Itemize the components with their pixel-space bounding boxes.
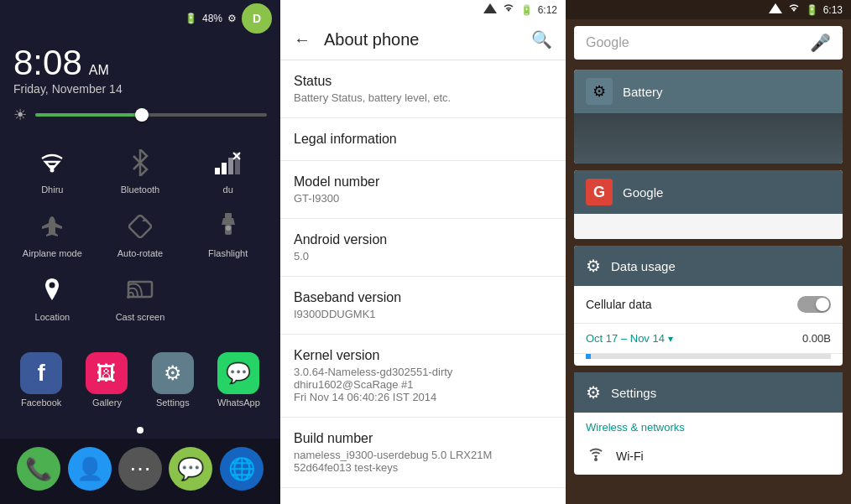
status-item-title: Status bbox=[294, 74, 552, 89]
autorotate-tile-icon bbox=[123, 210, 157, 243]
airplane-tile-icon bbox=[35, 210, 69, 243]
time-display: 8:08 AM Friday, November 14 bbox=[13, 45, 123, 96]
app-gallery[interactable]: 🖼 Gallery bbox=[86, 352, 128, 408]
whatsapp-label: WhatsApp bbox=[217, 397, 260, 408]
data-usage-title: Data usage bbox=[611, 259, 676, 273]
svg-point-14 bbox=[127, 295, 130, 299]
settings-gear-status: ⚙ bbox=[227, 13, 237, 24]
dock-phone[interactable]: 📞 bbox=[17, 447, 60, 491]
about-item-baseband[interactable]: Baseband version I9300DDUGMK1 bbox=[280, 277, 566, 335]
cellular-data-toggle[interactable] bbox=[797, 296, 831, 313]
wifi-tile-label: Dhiru bbox=[41, 184, 63, 195]
signal-tile-icon bbox=[211, 146, 245, 179]
about-item-build[interactable]: Build number nameless_i9300-userdebug 5.… bbox=[280, 418, 566, 488]
battery-icon-small: 🔋 bbox=[185, 13, 197, 24]
page-indicator bbox=[0, 422, 280, 439]
about-toolbar: ← About phone 🔍 bbox=[280, 19, 566, 60]
svg-point-0 bbox=[50, 169, 55, 173]
about-item-model[interactable]: Model number GT-I9300 bbox=[280, 161, 566, 219]
bottom-dock: 📞 👤 ⋯ 💬 🌐 bbox=[0, 439, 280, 504]
data-usage-bar bbox=[586, 354, 831, 359]
battery-card-header: ⚙ Battery bbox=[574, 70, 843, 113]
date-range-text: Oct 17 – Nov 14 bbox=[586, 332, 665, 345]
page-dot bbox=[137, 427, 144, 434]
user-avatar[interactable]: D bbox=[242, 3, 272, 34]
quick-tile-flashlight[interactable]: Flashlight bbox=[184, 201, 272, 265]
quick-tile-signal[interactable]: du bbox=[184, 138, 272, 201]
svg-rect-3 bbox=[228, 158, 233, 174]
svg-point-12 bbox=[50, 283, 55, 288]
back-button[interactable]: ← bbox=[294, 30, 311, 49]
wifi-item-icon bbox=[586, 445, 606, 466]
svg-marker-15 bbox=[483, 3, 497, 13]
legal-item-title: Legal information bbox=[294, 132, 552, 147]
kernel-item-title: Kernel version bbox=[294, 348, 552, 363]
dock-browser[interactable]: 🌐 bbox=[220, 447, 264, 491]
quick-tile-wifi[interactable]: Dhiru bbox=[8, 138, 97, 201]
data-usage-header: ⚙ Data usage bbox=[574, 246, 843, 286]
google-screenshot bbox=[574, 214, 843, 239]
location-tile-icon bbox=[35, 273, 69, 307]
wifi-item[interactable]: Wi-Fi bbox=[574, 437, 843, 475]
about-signal-icon bbox=[483, 3, 497, 16]
svg-rect-1 bbox=[215, 168, 220, 174]
about-wifi-icon bbox=[502, 3, 515, 16]
recent-apps-panel: 🔋 6:13 Google 🎤 ⚙ Battery G Google ⚙ Dat… bbox=[566, 0, 851, 504]
dock-messaging[interactable]: 💬 bbox=[169, 447, 212, 491]
brightness-icon: ☀ bbox=[13, 106, 27, 124]
brightness-thumb[interactable] bbox=[135, 108, 149, 122]
svg-point-17 bbox=[594, 458, 598, 461]
app-settings[interactable]: ⚙ Settings bbox=[152, 352, 194, 408]
data-usage-daterange[interactable]: Oct 17 – Nov 14 ▾ bbox=[586, 332, 673, 345]
quick-tile-castscreen[interactable]: Cast screen bbox=[97, 265, 185, 329]
android-item-title: Android version bbox=[294, 232, 552, 247]
quick-tile-autorotate[interactable]: Auto-rotate bbox=[97, 201, 185, 265]
about-battery-icon: 🔋 bbox=[520, 4, 533, 16]
recent-time: 6:13 bbox=[823, 4, 843, 16]
chevron-down-icon: ▾ bbox=[668, 333, 673, 345]
about-phone-panel: 🔋 6:12 ← About phone 🔍 Status Battery St… bbox=[280, 0, 566, 504]
time-hours-minutes: 8:08 bbox=[13, 45, 82, 81]
about-item-legal[interactable]: Legal information bbox=[280, 118, 566, 161]
about-item-status[interactable]: Status Battery Status, battery level, et… bbox=[280, 60, 566, 118]
build-item-subtitle: nameless_i9300-userdebug 5.0 LRX21M 52d6… bbox=[294, 449, 552, 474]
airplane-tile-label: Airplane mode bbox=[23, 248, 82, 258]
about-phone-list: Status Battery Status, battery level, et… bbox=[280, 60, 566, 504]
about-status-bar: 🔋 6:12 bbox=[280, 0, 566, 19]
about-search-button[interactable]: 🔍 bbox=[531, 29, 552, 49]
castscreen-tile-label: Cast screen bbox=[116, 312, 165, 322]
about-item-kernel[interactable]: Kernel version 3.0.64-Nameless-gd302551-… bbox=[280, 335, 566, 418]
baseband-item-title: Baseband version bbox=[294, 290, 552, 305]
quick-tile-airplane[interactable]: Airplane mode bbox=[8, 201, 97, 265]
time-ampm: AM bbox=[89, 63, 109, 78]
baseband-item-subtitle: I9300DDUGMK1 bbox=[294, 308, 552, 320]
flashlight-tile-label: Flashlight bbox=[208, 248, 248, 258]
data-usage-dates-row: Oct 17 – Nov 14 ▾ 0.00B bbox=[574, 324, 843, 354]
gallery-label: Gallery bbox=[92, 397, 122, 408]
svg-marker-16 bbox=[769, 3, 782, 13]
brightness-track[interactable] bbox=[35, 113, 267, 117]
app-whatsapp[interactable]: 💬 WhatsApp bbox=[217, 352, 260, 408]
castscreen-tile-icon bbox=[123, 273, 157, 307]
quick-tile-location[interactable]: Location bbox=[8, 265, 97, 329]
location-tile-label: Location bbox=[35, 312, 70, 322]
wifi-settings-section: ⚙ Settings Wireless & networks Wi-Fi bbox=[574, 372, 843, 475]
cellular-data-item[interactable]: Cellular data bbox=[574, 286, 843, 324]
recent-card-battery[interactable]: ⚙ Battery bbox=[574, 70, 843, 164]
recent-status-bar: 🔋 6:13 bbox=[566, 0, 851, 19]
dock-apps[interactable]: ⋯ bbox=[118, 447, 162, 491]
time-date-header: 8:08 AM Friday, November 14 bbox=[0, 37, 280, 101]
dock-contacts[interactable]: 👤 bbox=[68, 447, 112, 491]
battery-screenshot bbox=[574, 113, 843, 164]
app-facebook[interactable]: f Facebook bbox=[20, 352, 62, 408]
wifi-tile-icon bbox=[35, 146, 69, 179]
recent-card-google[interactable]: G Google bbox=[574, 170, 843, 239]
mic-icon[interactable]: 🎤 bbox=[810, 33, 831, 53]
about-item-android[interactable]: Android version 5.0 bbox=[280, 219, 566, 277]
quick-tiles-grid: Dhiru Bluetooth d bbox=[0, 132, 280, 334]
battery-percentage: 48% bbox=[202, 13, 222, 24]
gallery-icon: 🖼 bbox=[86, 352, 128, 394]
google-search-bar[interactable]: Google 🎤 bbox=[574, 26, 843, 60]
quick-tile-bluetooth[interactable]: Bluetooth bbox=[97, 138, 185, 201]
status-bar-notifications: 🔋 48% ⚙ D bbox=[0, 0, 280, 37]
